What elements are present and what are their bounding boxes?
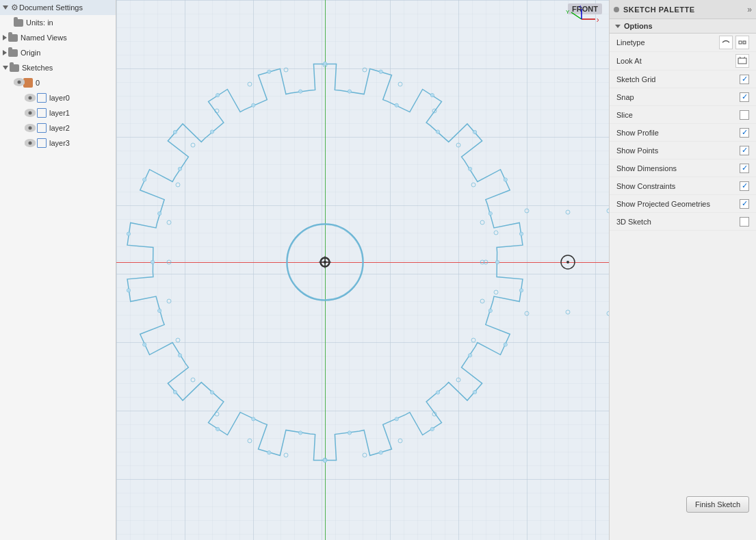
eye-container (14, 78, 23, 88)
show-points-checkbox[interactable] (740, 146, 749, 155)
layer-icon (37, 123, 47, 133)
palette-row-show-dimensions: Show Dimensions (610, 159, 756, 177)
folder-icon (8, 34, 18, 42)
svg-rect-55 (739, 41, 742, 44)
palette-expand-icon[interactable]: » (747, 5, 752, 14)
3d-sketch-label: 3D Sketch (616, 218, 740, 226)
slice-label: Slice (616, 111, 740, 119)
sketch-grid-checkbox[interactable] (740, 75, 749, 84)
gear-icon: ⚙ (10, 3, 19, 12)
folder-icon (14, 19, 23, 27)
eye-icon (25, 124, 36, 132)
palette-bullet (614, 7, 619, 12)
palette-row-3d-sketch: 3D Sketch (610, 213, 756, 231)
layer0-label: layer0 (49, 94, 70, 102)
svg-text:Z: Z (579, 5, 582, 9)
eye-icon (25, 94, 36, 102)
look-at-icon[interactable] (735, 54, 749, 68)
show-constraints-checkbox[interactable] (740, 181, 749, 191)
options-label: Options (624, 22, 653, 30)
layer-icon (37, 93, 47, 103)
eye-icon (25, 139, 36, 147)
palette-row-show-profile: Show Profile (610, 124, 756, 142)
sidebar-item-layer3[interactable]: layer3 (0, 136, 116, 151)
named-views-label: Named Views (21, 34, 67, 42)
canvas-area (116, 0, 619, 540)
show-profile-checkbox[interactable] (740, 128, 749, 138)
sidebar-item-layer1[interactable]: layer1 (0, 105, 116, 120)
show-profile-label: Show Profile (616, 129, 740, 137)
linetype-solid-icon[interactable] (719, 36, 733, 49)
sidebar-item-sketch0[interactable]: 0 (0, 75, 116, 90)
linetype-controls (719, 36, 749, 49)
layer2-label: layer2 (49, 124, 70, 132)
finish-sketch-button[interactable]: Finish Sketch (686, 496, 749, 513)
layer-icon (37, 108, 47, 118)
look-at-label: Look At (616, 57, 735, 65)
section-arrow-icon (615, 25, 621, 28)
palette-row-look-at: Look At (610, 52, 756, 70)
sidebar-item-sketches[interactable]: Sketches (0, 60, 116, 75)
palette-row-sketch-grid: Sketch Grid (610, 70, 756, 88)
snap-checkbox[interactable] (740, 92, 749, 102)
sketch-grid-label: Sketch Grid (616, 75, 740, 83)
snap-label: Snap (616, 93, 740, 101)
show-constraints-label: Show Constraints (616, 182, 740, 190)
gear-canvas (116, 0, 619, 540)
show-points-label: Show Points (616, 146, 740, 155)
show-dimensions-checkbox[interactable] (740, 164, 749, 173)
eye-icon (25, 109, 36, 117)
sketch-icon (23, 78, 33, 88)
layer1-label: layer1 (49, 109, 70, 117)
svg-rect-56 (743, 41, 746, 44)
eye-icon (14, 78, 25, 86)
linetype-alt-icon[interactable] (735, 36, 749, 49)
sketch0-label: 0 (36, 79, 40, 87)
sidebar-item-layer2[interactable]: layer2 (0, 120, 116, 136)
palette-row-show-constraints: Show Constraints (610, 177, 756, 195)
svg-text:X: X (597, 17, 599, 23)
sketches-label: Sketches (22, 64, 53, 72)
layer-icon (37, 138, 47, 148)
expand-arrow (3, 50, 7, 55)
svg-line-51 (571, 12, 582, 19)
palette-row-linetype: Linetype (610, 34, 756, 52)
doc-settings-label: Document Settings (19, 3, 83, 12)
palette-row-show-points: Show Points (610, 142, 756, 159)
linetype-label: Linetype (616, 38, 719, 47)
palette-row-snap: Snap (610, 88, 756, 106)
sidebar-item-named-views[interactable]: Named Views (0, 30, 116, 45)
3d-sketch-checkbox[interactable] (740, 217, 749, 227)
expand-arrow (3, 5, 8, 10)
palette-title: SKETCH PALETTE (623, 5, 747, 14)
svg-text:Y: Y (566, 9, 570, 15)
layer3-label: layer3 (49, 139, 70, 147)
sidebar-item-layer0[interactable]: layer0 (0, 90, 116, 105)
show-projected-checkbox[interactable] (740, 199, 749, 209)
sidebar-item-origin[interactable]: Origin (0, 45, 116, 60)
sidebar-item-doc-settings[interactable]: ⚙ Document Settings (0, 0, 116, 15)
sidebar: ⚙ Document Settings Units: in Named View… (0, 0, 116, 540)
expand-arrow (3, 35, 7, 40)
svg-rect-57 (738, 58, 746, 64)
sketch-palette: SKETCH PALETTE » Options Linetype Look A… (609, 0, 756, 540)
palette-row-show-projected: Show Projected Geometries (610, 195, 756, 213)
show-projected-label: Show Projected Geometries (616, 200, 740, 208)
palette-header: SKETCH PALETTE » (610, 0, 756, 19)
origin-label: Origin (21, 49, 40, 57)
slice-checkbox[interactable] (740, 110, 749, 120)
folder-icon (8, 49, 18, 57)
axis-indicator: X Y Z (564, 5, 599, 35)
folder-icon (10, 64, 19, 72)
options-section-header[interactable]: Options (610, 19, 756, 34)
sidebar-item-units[interactable]: Units: in (0, 15, 116, 30)
palette-row-slice: Slice (610, 106, 756, 124)
units-label: Units: in (26, 18, 53, 27)
show-dimensions-label: Show Dimensions (616, 164, 740, 172)
expand-arrow (3, 66, 8, 70)
